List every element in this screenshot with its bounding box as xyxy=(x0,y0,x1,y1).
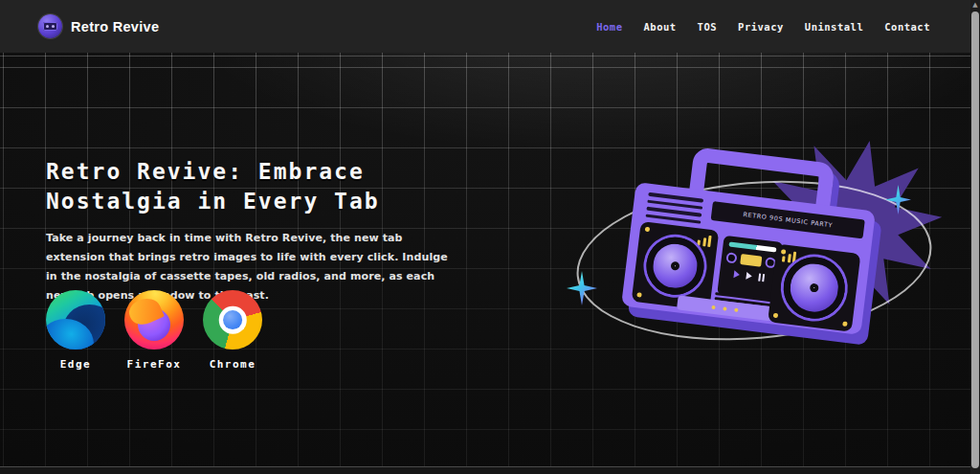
page-title: Retro Revive: Embrace Nostalgia in Every… xyxy=(46,157,380,216)
retro-revive-landing-page: Retro Revive Home About TOS Privacy Unin… xyxy=(0,0,980,474)
footer-top-edge xyxy=(0,466,980,474)
volume-bars-icon xyxy=(697,234,711,247)
nav-link-privacy[interactable]: Privacy xyxy=(738,21,784,33)
brand-logo[interactable]: Retro Revive xyxy=(38,14,159,38)
deck-progress-bar xyxy=(728,241,776,252)
browser-label: Edge xyxy=(60,358,92,371)
left-speaker-panel xyxy=(632,221,720,310)
firefox-browser-icon[interactable] xyxy=(124,290,184,350)
browser-item-edge: Edge xyxy=(46,290,105,371)
nav-link-contact[interactable]: Contact xyxy=(884,21,930,33)
supported-browsers: Edge FireFox Chrome xyxy=(46,290,262,371)
edge-browser-icon[interactable] xyxy=(46,290,105,350)
nav-link-about[interactable]: About xyxy=(643,21,676,33)
brand-name: Retro Revive xyxy=(71,19,159,34)
top-navigation-bar: Retro Revive Home About TOS Privacy Unin… xyxy=(0,0,980,53)
browser-label: Chrome xyxy=(210,358,256,371)
chrome-browser-icon[interactable] xyxy=(203,290,262,350)
nav-link-uninstall[interactable]: Uninstall xyxy=(805,21,863,33)
hero-section: Retro Revive: Embrace Nostalgia in Every… xyxy=(0,53,980,466)
cassette-icon xyxy=(721,252,781,269)
boombox-label-strip: RETRO 90S MUSIC PARTY xyxy=(711,201,865,238)
nav-link-home[interactable]: Home xyxy=(596,21,622,33)
right-speaker-panel xyxy=(768,244,860,332)
page-title-line1: Retro Revive: Embrace xyxy=(46,157,380,187)
nav-menu: Home About TOS Privacy Uninstall Contact xyxy=(596,21,930,33)
browser-item-chrome: Chrome xyxy=(203,290,262,371)
transport-buttons-icon xyxy=(720,268,780,282)
scrollbar-thumb[interactable] xyxy=(971,11,979,468)
nav-link-tos[interactable]: TOS xyxy=(698,21,717,33)
scrollbar-up-arrow-icon[interactable]: ▲ xyxy=(970,0,980,11)
retro-revive-logo-icon xyxy=(38,14,62,38)
scrollbar[interactable]: ▲ xyxy=(970,0,980,474)
browser-item-firefox: FireFox xyxy=(124,290,184,371)
browser-label: FireFox xyxy=(127,358,182,371)
page-title-line2: Nostalgia in Every Tab xyxy=(46,187,380,216)
